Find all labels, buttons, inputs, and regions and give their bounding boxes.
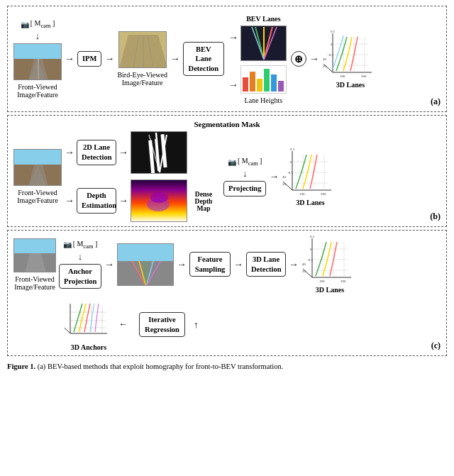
bev-lanes-img <box>240 26 287 61</box>
branch-bottom-b: DepthEstimation <box>65 179 218 222</box>
road-lines-img <box>117 243 174 286</box>
svg-rect-31 <box>14 149 61 165</box>
3d-plot-c: 0.5 0 -0.5 200 100 40 20 <box>301 235 358 283</box>
branches-b: 2D LaneDetection DepthEstimation <box>65 131 218 222</box>
cam-matrix-b: [ Mcam ] <box>238 157 262 167</box>
main-container: 📷 [ Mcam ] ↓ Front-ViewedImage/Feature <box>7 6 447 372</box>
arrow-left: ← <box>118 319 128 330</box>
section-b-main: Front-ViewedImage/Feature 2D LaneDetecti… <box>13 131 441 222</box>
caption-front-a: Front-ViewedImage/Feature <box>17 83 58 99</box>
bev-image-a <box>118 31 167 68</box>
col-3d-lanes-a: 0.5 0 -0.5 200 100 40 20 3D Lanes <box>322 30 379 89</box>
arr-c3 <box>233 259 243 270</box>
col-ipm: IPM <box>77 51 101 67</box>
svg-line-84 <box>65 328 70 333</box>
arr-b-top1 <box>65 147 74 158</box>
camera-icon-c: 📷 <box>63 240 72 248</box>
col-project-b: 📷 [ Mcam ] ↓ Projecting <box>223 157 266 197</box>
svg-text:40: 40 <box>323 57 327 61</box>
caption-text-a: (a) BEV-based methods that exploit homog… <box>38 362 284 370</box>
svg-text:-0.5: -0.5 <box>287 171 293 175</box>
figure-caption: Figure 1. (a) BEV-based methods that exp… <box>7 362 447 372</box>
cam-label-c: 📷 [ Mcam ] <box>63 240 97 250</box>
section-label-a: (a) <box>431 96 441 107</box>
box-anchor-proj: AnchorProjection <box>59 264 101 289</box>
svg-text:200: 200 <box>361 74 367 78</box>
box-ipm: IPM <box>77 51 101 67</box>
anchors-3d-label: 3D Anchors <box>71 343 106 351</box>
cam-label-a: 📷 [ Mcam ] <box>21 19 55 29</box>
section-c-bottom: 3D Anchors ← IterativeRegression ↑ <box>13 298 441 351</box>
col-bev: Bird-Eye-ViewedImage/Feature <box>117 31 167 87</box>
section-label-b: (b) <box>430 211 441 222</box>
top-fork: BEV Lanes <box>228 13 287 61</box>
svg-text:-0.5: -0.5 <box>307 258 313 262</box>
camera-icon-a: 📷 <box>21 21 29 28</box>
arr-c2 <box>177 259 187 270</box>
3d-lanes-label-a: 3D Lanes <box>336 81 365 89</box>
box-3d-lane-det-c: 3D LaneDetection <box>246 252 286 277</box>
bar2 <box>250 72 255 92</box>
box-projecting: Projecting <box>223 181 266 197</box>
bev-lanes-output: BEV Lanes <box>240 13 287 61</box>
arr-c1 <box>104 259 114 270</box>
arrow-down-c: ↓ <box>78 251 83 262</box>
svg-text:200: 200 <box>340 279 346 283</box>
col-front-b: Front-ViewedImage/Feature <box>13 149 62 204</box>
fork-arrows-a: BEV Lanes <box>228 13 287 104</box>
arrow-fork-bottom <box>228 79 238 91</box>
arrow-down-a1: ↓ <box>35 31 40 42</box>
section-b-header: Segmentation Mask <box>13 120 441 128</box>
svg-text:0.5: 0.5 <box>290 148 295 151</box>
feedback-arrow-col: ← <box>118 319 128 331</box>
bar1 <box>243 77 248 92</box>
branch-top-b: 2D LaneDetection <box>65 131 187 174</box>
seg-mask-img <box>131 131 187 174</box>
caption-front-c: Front-ViewedImage/Feature <box>14 275 55 291</box>
arr-b-top2 <box>118 147 128 158</box>
svg-rect-0 <box>14 43 61 59</box>
section-a: 📷 [ Mcam ] ↓ Front-ViewedImage/Feature <box>7 6 447 112</box>
svg-rect-1 <box>14 59 61 80</box>
arr-b-final <box>269 171 279 182</box>
svg-text:-0.5: -0.5 <box>328 53 333 57</box>
lane-heights-label: Lane Heights <box>245 96 283 104</box>
box-2d-lane: 2D LaneDetection <box>77 140 116 165</box>
arr-b-bot2 <box>118 195 128 206</box>
svg-rect-60 <box>118 261 173 285</box>
svg-text:0.5: 0.5 <box>310 235 315 238</box>
dense-depth-label: Dense Depth Map <box>189 191 218 212</box>
box-feature-sampling: FeatureSampling <box>189 252 231 277</box>
svg-rect-34 <box>131 131 187 174</box>
arr-b-bot1 <box>65 195 74 206</box>
arr-c4 <box>289 259 299 270</box>
bottom-fork: Lane Heights <box>228 65 287 104</box>
arrow-right-a3 <box>170 53 180 65</box>
lane-heights-chart <box>240 65 287 94</box>
plus-symbol-a: ⊕ <box>291 51 306 67</box>
bar6 <box>278 81 284 92</box>
col-front-c: Front-ViewedImage/Feature <box>13 238 56 291</box>
arrow-up-iter: ↑ <box>194 319 199 331</box>
svg-text:100: 100 <box>299 192 305 196</box>
bar4 <box>264 69 270 92</box>
front-image-c <box>13 238 56 272</box>
3d-plot-b: 0.5 0 -0.5 200 100 40 20 <box>282 148 338 196</box>
cam-label-b: 📷 [ Mcam ] <box>228 157 262 167</box>
bar3 <box>257 79 262 92</box>
svg-text:0.5: 0.5 <box>331 30 336 33</box>
bar5 <box>271 74 277 92</box>
svg-rect-56 <box>14 239 55 253</box>
section-b: Segmentation Mask Front-ViewedImage/Feat… <box>7 115 447 227</box>
svg-text:40: 40 <box>282 175 287 179</box>
front-image-b <box>13 149 62 186</box>
lane-heights-output: Lane Heights <box>240 65 287 104</box>
box-depth-est: DepthEstimation <box>77 188 116 213</box>
camera-icon-b: 📷 <box>228 158 236 166</box>
col-feat-samp: FeatureSampling <box>189 252 231 277</box>
svg-marker-33 <box>28 165 48 186</box>
3d-lanes-label-b: 3D Lanes <box>296 199 324 206</box>
caption-bev-a: Bird-Eye-ViewedImage/Feature <box>117 71 167 87</box>
svg-rect-32 <box>14 165 61 186</box>
box-iter-reg: IterativeRegression <box>139 312 185 337</box>
